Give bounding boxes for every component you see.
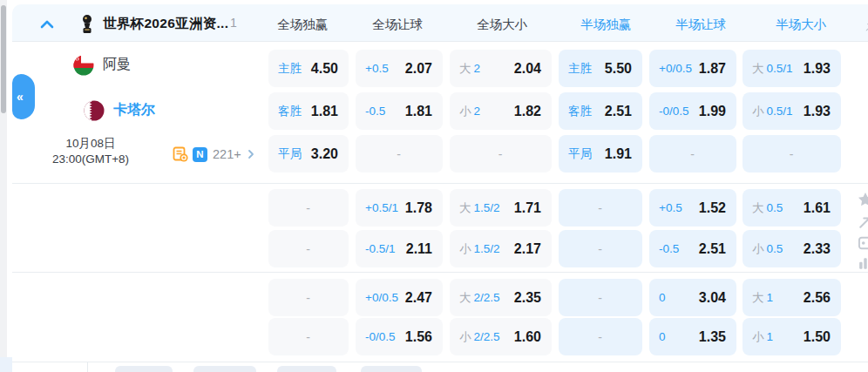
odds-value: 1.50 xyxy=(804,329,831,345)
vertical-scrollbar[interactable] xyxy=(0,0,7,372)
odds-cell-r5-c2[interactable]: 大2/2.52.35 xyxy=(450,279,552,316)
chevron-right-icon[interactable] xyxy=(246,149,256,159)
empty-odds-dash: - xyxy=(690,147,695,161)
odds-cell-r3-c2[interactable]: 大1.5/21.71 xyxy=(450,189,552,227)
odds-cell-r3-c4[interactable]: +0.51.52 xyxy=(649,189,736,227)
odds-cell-r6-c3: - xyxy=(559,318,642,355)
handicap-label: -0.5 xyxy=(659,242,679,255)
odds-value: 1.71 xyxy=(514,200,541,216)
over-under-line: 2 xyxy=(474,105,481,118)
over-under-direction: 小 xyxy=(752,329,764,345)
share-arrow-icon[interactable] xyxy=(858,215,868,229)
column-header-half-5[interactable]: 半场大小 xyxy=(776,17,826,33)
group-title: 世界杯2026亚洲资... xyxy=(103,15,228,33)
odds-value: 3.04 xyxy=(699,290,726,306)
odds-value: 1.56 xyxy=(405,329,432,345)
odds-cell-r2-c0[interactable]: 平局3.20 xyxy=(268,135,349,172)
empty-odds-dash: - xyxy=(790,147,794,161)
collapse-panel-tab[interactable]: « xyxy=(12,74,35,119)
odds-value: 1.99 xyxy=(699,104,726,119)
odds-value: 2.17 xyxy=(514,241,541,257)
odds-cell-r6-c2[interactable]: 小2/2.51.60 xyxy=(450,318,552,355)
odds-cell-r4-c5[interactable]: 小0.52.33 xyxy=(743,230,841,267)
odds-cell-r5-c4[interactable]: 03.04 xyxy=(649,279,736,316)
over-under-line: 0.5 xyxy=(767,242,783,255)
outcome-label: 客胜 xyxy=(568,104,592,119)
odds-value: 1.35 xyxy=(699,329,726,345)
odds-cell-r1-c5[interactable]: 小0.5/11.93 xyxy=(743,92,841,130)
empty-odds-dash: - xyxy=(306,330,310,344)
odds-cell-r1-c4[interactable]: -0/0.51.99 xyxy=(649,92,736,130)
collapse-group-icon[interactable] xyxy=(38,16,56,33)
odds-value: 1.81 xyxy=(311,104,338,119)
scrollbar-thumb[interactable] xyxy=(1,5,6,113)
odds-cell-r3-c5[interactable]: 大0.51.61 xyxy=(743,189,841,227)
odds-cell-r6-c0: - xyxy=(268,318,349,355)
favorite-star-icon[interactable] xyxy=(858,193,868,206)
away-team-name[interactable]: 卡塔尔 xyxy=(113,101,155,119)
odds-value: 1.82 xyxy=(514,104,541,119)
over-under-line: 2/2.5 xyxy=(474,291,500,304)
odds-cell-r0-c1[interactable]: +0.52.07 xyxy=(356,50,443,87)
odds-cell-r4-c2[interactable]: 小1.5/22.17 xyxy=(450,230,552,267)
odds-value: 2.51 xyxy=(605,104,632,119)
video-icon[interactable] xyxy=(858,236,868,250)
extra-markets-row[interactable]: N 221+ xyxy=(173,145,256,163)
over-under-line: 0.5/1 xyxy=(767,105,793,118)
odds-value: 2.56 xyxy=(804,290,831,306)
odds-cell-r5-c5[interactable]: 大12.56 xyxy=(743,279,841,316)
odds-value: 1.52 xyxy=(699,200,726,216)
odds-value: 2.04 xyxy=(514,61,541,77)
over-under-direction: 大 xyxy=(459,61,471,77)
odds-cell-r1-c3[interactable]: 客胜2.51 xyxy=(559,92,642,130)
column-header-half-3[interactable]: 半场独赢 xyxy=(580,17,631,33)
odds-cell-r1-c0[interactable]: 客胜1.81 xyxy=(268,92,349,130)
odds-cell-r6-c4[interactable]: 01.35 xyxy=(649,318,736,355)
odds-value: 2.11 xyxy=(406,241,432,257)
qatar-flag-icon xyxy=(84,100,105,121)
column-header-half-4[interactable]: 半场让球 xyxy=(675,17,726,33)
handicap-label: -0.5/1 xyxy=(365,242,396,255)
handicap-label: +0/0.5 xyxy=(365,291,398,304)
next-card-cell-top xyxy=(277,366,336,372)
odds-cell-r0-c2[interactable]: 大22.04 xyxy=(450,50,552,87)
odds-cell-r5-c1[interactable]: +0/0.52.47 xyxy=(356,279,443,316)
odds-cell-r4-c1[interactable]: -0.5/12.11 xyxy=(356,230,443,267)
home-team-name[interactable]: 阿曼 xyxy=(103,56,131,74)
odds-cell-r1-c2[interactable]: 小21.82 xyxy=(450,92,552,130)
outcome-label: 平局 xyxy=(568,146,592,162)
odds-history-icon[interactable] xyxy=(173,146,189,163)
odds-cell-r3-c1[interactable]: +0.5/11.78 xyxy=(356,189,443,227)
odds-cell-r1-c1[interactable]: -0.51.81 xyxy=(356,92,443,130)
over-under-line: 1 xyxy=(767,291,774,304)
odds-value: 1.93 xyxy=(804,104,831,119)
over-under-direction: 小 xyxy=(459,104,471,119)
odds-value: 1.60 xyxy=(514,329,541,345)
over-under-line: 0.5 xyxy=(767,201,783,214)
odds-cell-r0-c3[interactable]: 主胜5.50 xyxy=(559,50,642,87)
odds-value: 1.81 xyxy=(405,104,432,119)
empty-odds-dash: - xyxy=(397,147,401,161)
outcome-label: 主胜 xyxy=(278,61,302,77)
column-header-full-2[interactable]: 全场大小 xyxy=(477,17,527,33)
outcome-label: 客胜 xyxy=(278,104,302,119)
odds-cell-r6-c5[interactable]: 小11.50 xyxy=(743,318,841,355)
handicap-label: +0.5 xyxy=(365,62,389,75)
odds-cell-r2-c5: - xyxy=(743,135,841,172)
odds-cell-r4-c4[interactable]: -0.52.51 xyxy=(649,230,736,267)
odds-value: 1.61 xyxy=(804,200,831,216)
column-header-full-0[interactable]: 全场独赢 xyxy=(277,17,328,33)
odds-cell-r2-c1: - xyxy=(356,135,443,172)
next-card-divider xyxy=(87,362,88,372)
news-badge-icon[interactable]: N xyxy=(193,147,207,162)
next-card-left-strip xyxy=(0,357,12,372)
pin-icon[interactable] xyxy=(864,17,868,33)
odds-cell-r6-c1[interactable]: -0/0.51.56 xyxy=(356,318,443,355)
odds-cell-r0-c4[interactable]: +0/0.51.87 xyxy=(649,50,736,87)
outcome-label: 平局 xyxy=(278,146,302,162)
stats-bars-icon[interactable] xyxy=(858,256,868,270)
odds-cell-r0-c0[interactable]: 主胜4.50 xyxy=(268,50,349,87)
odds-cell-r2-c3[interactable]: 平局1.91 xyxy=(559,135,642,172)
column-header-full-1[interactable]: 全场让球 xyxy=(372,17,423,33)
odds-cell-r0-c5[interactable]: 大0.5/11.93 xyxy=(743,50,841,87)
